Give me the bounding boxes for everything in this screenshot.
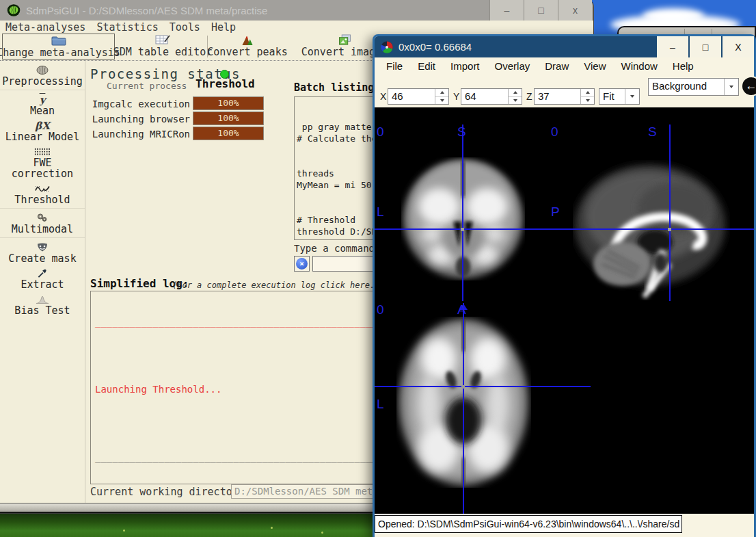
sidebar-item-threshold[interactable]: Threshold	[0, 181, 85, 207]
change-meta-analysis-button[interactable]: Change meta-analysis	[2, 34, 115, 60]
sdm-maximize-button[interactable]: □	[524, 0, 558, 21]
crosshair-center-sagittal	[668, 228, 671, 231]
menu-window[interactable]: Window	[614, 60, 665, 72]
menu-help[interactable]: Help	[206, 21, 241, 34]
batch-listing-box[interactable]: pp gray matter# Calculate the threadsMyM…	[294, 96, 386, 240]
y-spinner-buttons[interactable]	[508, 89, 522, 104]
crosshair-vertical-coronal	[462, 125, 463, 301]
coronal-left-label: L	[377, 205, 384, 218]
sidebar-item-create-mask[interactable]: Create mask	[0, 239, 85, 265]
sidebar-item-extract[interactable]: Extract	[0, 265, 85, 291]
batch-listing-title: Batch listing	[294, 81, 374, 94]
sidebar-item-bias-test[interactable]: Bias Test	[0, 291, 85, 317]
mountain-icon	[241, 34, 254, 46]
bell-curve-icon	[0, 293, 85, 305]
crosshair-horizontal-top	[375, 228, 754, 230]
x-spinner-buttons[interactable]	[435, 89, 448, 104]
sagittal-slice-image[interactable]	[573, 160, 730, 300]
sdm-titlebar[interactable]: SdmPsiGUI - D:/SDMlesson/AES SDM meta/pr…	[0, 0, 593, 21]
wave-icon	[0, 183, 85, 194]
menu-file[interactable]: File	[379, 60, 410, 72]
table-editor-icon	[155, 34, 170, 46]
task-label: Launching MRICRon	[86, 127, 190, 141]
mricron-menubar: File Edit Import Overlay Draw View Windo…	[375, 57, 754, 75]
crosshair-horizontal-axial	[375, 386, 591, 387]
clear-command-button[interactable]: ×	[294, 256, 310, 272]
axial-anterior-label: A	[457, 303, 466, 316]
mricron-close-button[interactable]: X	[723, 36, 754, 57]
sagittal-superior-label: S	[648, 125, 657, 138]
sidebar-item-linear-model[interactable]: βX Linear Model	[0, 118, 85, 144]
convert-peaks-label: Convert peaks	[207, 46, 287, 58]
menu-edit[interactable]: Edit	[410, 60, 443, 72]
brain-icon	[0, 64, 85, 76]
x-label: X	[380, 91, 386, 102]
y-label: Y	[453, 91, 459, 102]
images-icon	[338, 34, 351, 46]
back-arrow-button[interactable]: ←	[741, 76, 756, 96]
menu-tools[interactable]: Tools	[164, 21, 206, 34]
coronal-superior-label: S	[457, 125, 466, 138]
sdm-menubar: Meta-analyses Statistics Tools Help	[0, 21, 593, 34]
menu-import[interactable]: Import	[443, 60, 487, 72]
chevron-down-icon[interactable]	[625, 89, 639, 104]
type-command-label: Type a command:	[294, 243, 380, 254]
sdm-close-button[interactable]: x	[558, 0, 592, 21]
sidebar-item-multimodal[interactable]: Multimodal	[0, 210, 85, 236]
menu-help[interactable]: Help	[665, 60, 701, 72]
left-arrow-icon: ←	[746, 79, 756, 93]
sidebar-item-preprocessing[interactable]: Preprocessing	[0, 62, 85, 88]
wallpaper-cloud	[643, 8, 704, 23]
simplified-log-box[interactable]: ________________________________________…	[90, 291, 387, 484]
menu-meta-analyses[interactable]: Meta-analyses	[0, 21, 91, 34]
progress-bar: 100%	[193, 127, 264, 140]
mean-symbol-icon: y	[40, 94, 46, 106]
sdm-table-editor-button[interactable]: SDM table editor	[120, 34, 205, 60]
sidebar-item-fwe-correction[interactable]: FWE correction	[0, 144, 85, 181]
current-process-value: Threshold	[195, 77, 255, 90]
complete-log-link[interactable]: (For a complete execution log click here…	[172, 280, 379, 290]
menu-overlay[interactable]: Overlay	[487, 60, 538, 72]
mricron-minimize-button[interactable]: –	[657, 36, 688, 57]
mricron-window-title: 0x0x0= 0.66684	[399, 41, 472, 53]
crosshair-vertical-axial	[463, 303, 464, 514]
mask-icon	[0, 241, 85, 253]
zoom-combobox[interactable]: Fit	[599, 88, 640, 105]
menu-draw[interactable]: Draw	[537, 60, 576, 72]
coronal-corner-label: 0	[377, 125, 384, 138]
dropper-icon	[0, 267, 85, 279]
desktop: SdmPsiGUI - D:/SDMlesson/AES SDM meta/pr…	[0, 0, 756, 537]
layer-combobox[interactable]: Background	[648, 78, 739, 96]
mricron-maximize-button[interactable]: □	[690, 36, 721, 57]
menu-statistics[interactable]: Statistics	[91, 21, 163, 34]
crosshair-center-axial	[461, 385, 465, 389]
task-label: Launching browser	[86, 112, 190, 126]
sdm-sidebar: Preprocessing y Mean βX Linear Model FWE…	[0, 61, 85, 503]
dot-grid-icon	[0, 146, 85, 157]
chevron-down-icon[interactable]	[724, 79, 738, 95]
gears-icon	[0, 212, 85, 224]
task-label: Imgcalc execution	[86, 97, 190, 111]
brain-viewer[interactable]: 0 S L 0 S P 0 A L	[375, 107, 754, 514]
mricron-statusbar: Opened: D:\SDM\SdmPsiGui-win64-v6.23\bin…	[375, 515, 682, 533]
sdm-brain-app-icon	[7, 3, 21, 17]
beta-x-symbol-icon: βX	[35, 120, 50, 132]
mricron-window: 0x0x0= 0.66684 – □ X File Edit Import Ov…	[373, 34, 756, 537]
crosshair-vertical-sagittal	[669, 125, 671, 301]
z-spinner-buttons[interactable]	[580, 89, 594, 104]
sdm-minimize-button[interactable]: –	[489, 0, 524, 21]
sagittal-posterior-label: P	[551, 205, 560, 218]
sidebar-item-mean[interactable]: y Mean	[0, 92, 85, 118]
axial-corner-label: 0	[377, 303, 384, 316]
mricron-app-icon	[381, 41, 393, 53]
crosshair-center-coronal	[461, 228, 464, 231]
progress-bar: 100%	[193, 96, 264, 110]
x-spinbox[interactable]: 46	[388, 88, 449, 105]
z-spinbox[interactable]: 37	[534, 88, 595, 105]
mricron-titlebar[interactable]: 0x0x0= 0.66684 – □ X	[375, 36, 754, 57]
sdm-window-title: SdmPsiGUI - D:/SDMlesson/AES SDM meta/pr…	[26, 5, 267, 16]
change-meta-analysis-label: Change meta-analysis	[0, 47, 120, 59]
y-spinbox[interactable]: 64	[461, 88, 522, 105]
menu-view[interactable]: View	[576, 60, 613, 72]
convert-peaks-button[interactable]: Convert peaks	[213, 34, 282, 60]
